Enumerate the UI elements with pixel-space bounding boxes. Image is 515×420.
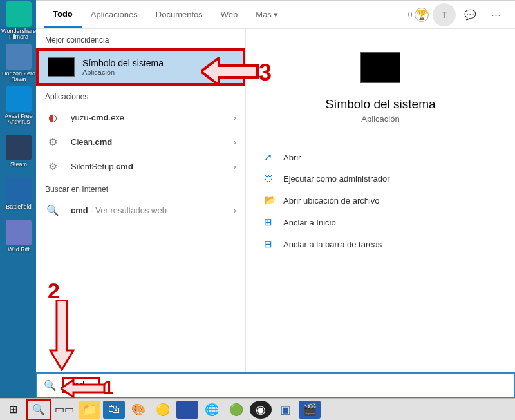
search-panel: Todo Aplicaciones Documentos Web Más ▾ 0… — [36, 0, 515, 398]
feedback-button[interactable]: 💬 — [458, 3, 482, 26]
trophy-icon: 🏆 — [415, 8, 429, 22]
annotation-number-3: 3 — [259, 59, 272, 86]
svg-marker-2 — [201, 58, 258, 85]
action-open-location[interactable]: 📂Abrir ubicación de archivo — [261, 189, 500, 211]
pin-taskbar-icon: ⊟ — [264, 238, 283, 250]
admin-icon: 🛡 — [264, 173, 283, 184]
chevron-right-icon[interactable]: › — [234, 162, 236, 171]
taskbar-search-button[interactable]: 🔍 — [26, 399, 52, 421]
taskbar-app-video[interactable]: 🎬 — [299, 401, 321, 419]
preview-icon — [360, 52, 400, 83]
chevron-right-icon[interactable]: › — [234, 137, 236, 147]
taskbar-app-chrome[interactable]: 🟡 — [152, 401, 174, 419]
taskbar: ⊞ 🔍 ▭▭ 📁 🛍 🎨 🟡 🌐 🟢 ◉ ▣ 🎬 — [0, 398, 515, 420]
desktop-icon[interactable]: Avast Free Antivirus — [1, 86, 36, 125]
desktop-icon[interactable]: Wondershare Filmora — [1, 1, 36, 40]
section-best-match: Mejor coincidencia — [36, 29, 245, 48]
preview-pane: Símbolo del sistema Aplicación ↗Abrir 🛡E… — [246, 29, 515, 372]
desktop-icons: Wondershare Filmora Horizon Zero Dawn Av… — [0, 0, 39, 398]
app-icon: ◐ — [45, 110, 61, 125]
ellipsis-icon: ⋯ — [491, 9, 501, 21]
chevron-right-icon[interactable]: › — [234, 113, 236, 122]
pin-start-icon: ⊞ — [264, 216, 283, 228]
app-result[interactable]: ⚙ SilentSetup.cmd › — [36, 154, 245, 178]
section-internet: Buscar en Internet — [36, 178, 245, 198]
desktop-icon[interactable]: Battlefield — [1, 171, 36, 210]
tab-documents[interactable]: Documentos — [147, 1, 212, 28]
search-icon: 🔍 — [45, 202, 61, 218]
search-input-rest[interactable] — [102, 380, 507, 391]
chevron-down-icon: ▾ — [274, 10, 278, 19]
desktop-icon[interactable]: Horizon Zero Dawn — [1, 44, 36, 82]
more-options-button[interactable]: ⋯ — [484, 3, 507, 26]
desktop-icon[interactable]: Steam — [1, 129, 36, 167]
bat-file-icon: ⚙ — [45, 158, 61, 174]
tab-more[interactable]: Más ▾ — [247, 1, 287, 28]
svg-marker-1 — [50, 300, 73, 370]
tab-all[interactable]: Todo — [44, 1, 82, 28]
action-open[interactable]: ↗Abrir — [261, 146, 500, 168]
chevron-right-icon[interactable]: › — [234, 205, 236, 215]
tab-apps[interactable]: Aplicaciones — [82, 1, 147, 28]
user-avatar[interactable]: T — [433, 3, 456, 26]
action-pin-taskbar[interactable]: ⊟Anclar a la barra de tareas — [261, 233, 500, 255]
tab-web[interactable]: Web — [212, 1, 247, 28]
bat-file-icon: ⚙ — [45, 134, 61, 149]
svg-marker-0 — [61, 380, 104, 397]
action-run-admin[interactable]: 🛡Ejecutar como administrador — [261, 168, 500, 189]
action-pin-start[interactable]: ⊞Anclar a Inicio — [261, 211, 500, 233]
open-icon: ↗ — [264, 151, 283, 163]
search-icon: 🔍 — [44, 379, 57, 392]
start-button[interactable]: ⊞ — [0, 399, 26, 421]
preview-subtitle: Aplicación — [261, 114, 500, 124]
windows-icon: ⊞ — [9, 403, 17, 415]
search-tabs: Todo Aplicaciones Documentos Web Más ▾ 0… — [36, 1, 515, 29]
folder-icon: 📂 — [264, 195, 283, 206]
taskbar-app-obs[interactable]: ◉ — [250, 401, 272, 419]
search-icon: 🔍 — [32, 403, 45, 415]
feedback-icon: 💬 — [464, 9, 476, 21]
taskbar-app-store[interactable]: 🛍 — [103, 401, 125, 419]
desktop-icon[interactable]: Wild Rift — [1, 214, 36, 253]
taskbar-app-chrome2[interactable]: 🟢 — [225, 401, 247, 419]
rewards-button[interactable]: 0🏆 — [407, 3, 430, 26]
section-apps: Aplicaciones — [36, 86, 245, 105]
annotation-arrow-3 — [201, 57, 259, 86]
taskbar-app-edge[interactable]: 🌐 — [201, 401, 223, 419]
annotation-arrow-1 — [61, 379, 106, 398]
task-view-icon: ▭▭ — [55, 403, 74, 415]
app-result[interactable]: ◐ yuzu-cmd.exe › — [36, 105, 245, 129]
preview-title: Símbolo del sistema — [261, 97, 500, 111]
taskbar-app-paint[interactable]: 🎨 — [127, 401, 149, 419]
taskbar-app-explorer[interactable]: 📁 — [79, 401, 100, 419]
web-result[interactable]: 🔍 cmd - Ver resultados web › — [36, 198, 245, 222]
app-result[interactable]: ⚙ Clean.cmd › — [36, 129, 245, 154]
taskbar-app-virtualbox[interactable]: ▣ — [274, 401, 296, 419]
annotation-arrow-2 — [49, 300, 75, 371]
best-match-title: Símbolo del sistema — [82, 58, 164, 68]
task-view-button[interactable]: ▭▭ — [52, 399, 77, 421]
best-match-subtitle: Aplicación — [82, 68, 164, 76]
taskbar-app-terminal[interactable] — [176, 401, 198, 419]
cmd-icon — [48, 57, 75, 77]
